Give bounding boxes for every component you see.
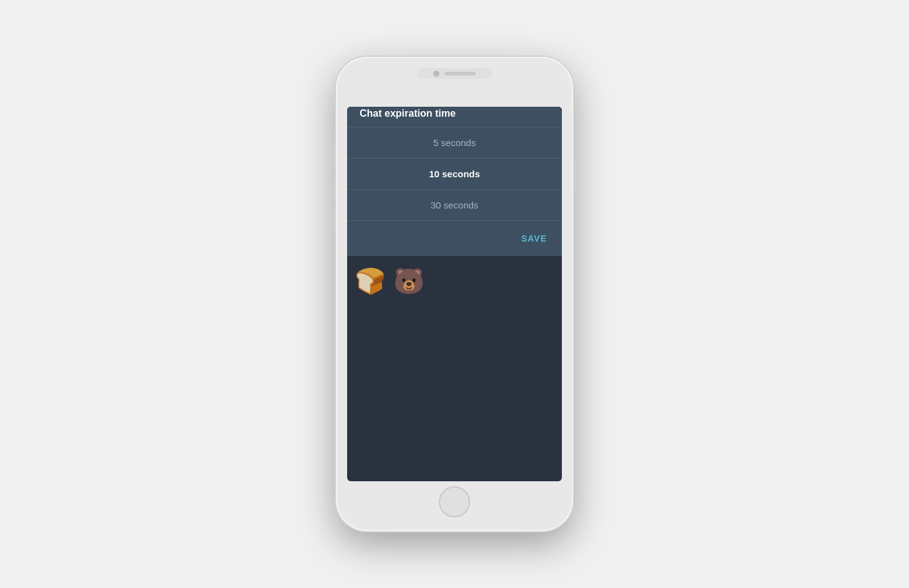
dialog-title: Chat expiration time: [347, 107, 562, 127]
phone-speaker: [445, 72, 476, 76]
phone-home-button[interactable]: [439, 486, 470, 517]
option-5-seconds[interactable]: 5 seconds: [347, 127, 562, 159]
sticker-1: 🍞: [355, 267, 386, 296]
dialog-overlay: Chat expiration time 5 seconds 10 second…: [347, 156, 562, 256]
phone-top-notch: [417, 68, 492, 79]
option-10-seconds[interactable]: 10 seconds: [347, 159, 562, 190]
option-30-seconds-label: 30 seconds: [431, 200, 479, 210]
save-button[interactable]: SAVE: [519, 228, 549, 248]
sticker-area: 🍞 🐻: [347, 256, 562, 306]
sticker-2: 🐻: [393, 267, 425, 296]
option-10-seconds-label: 10 seconds: [429, 169, 480, 179]
phone-wrapper: 1:56 ← Surprise Party Squad 1h 🍔: [336, 57, 573, 531]
option-5-seconds-label: 5 seconds: [433, 137, 476, 148]
phone-camera: [433, 71, 440, 77]
dialog-actions: SAVE: [347, 221, 562, 256]
chat-area: What should we do for the party? 🎉 ✓✓ Ch…: [347, 156, 562, 256]
dialog-options: 5 seconds 10 seconds 30 seconds: [347, 127, 562, 221]
dialog-box: Chat expiration time 5 seconds 10 second…: [347, 107, 562, 256]
phone-shell: 1:56 ← Surprise Party Squad 1h 🍔: [336, 57, 573, 531]
phone-screen: 1:56 ← Surprise Party Squad 1h 🍔: [347, 107, 562, 481]
option-30-seconds[interactable]: 30 seconds: [347, 190, 562, 221]
